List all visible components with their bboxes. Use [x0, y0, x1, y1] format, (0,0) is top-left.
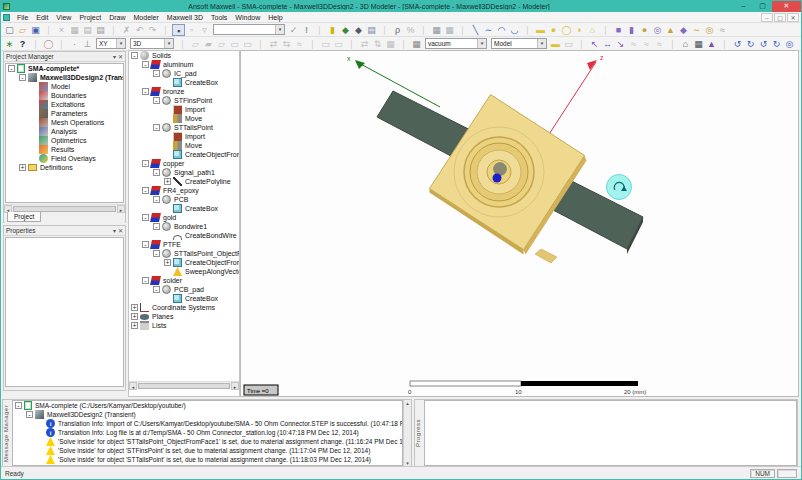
mirror-icon[interactable]: ⇄ — [267, 38, 280, 50]
intersect-icon[interactable]: ⇅ — [371, 38, 384, 50]
project-tree-hscrollbar[interactable]: ◂ ▸ — [4, 204, 125, 212]
grid-plane-icon[interactable]: ≈ — [627, 38, 640, 50]
model-tree-row[interactable]: - FR4_epoxy — [129, 186, 239, 195]
rotate-axis-icon[interactable]: ↺ — [757, 38, 770, 50]
project-tree-row[interactable]: Boundaries — [6, 91, 123, 100]
model-tree-row[interactable]: CreateBox — [129, 78, 239, 87]
machine-list-icon[interactable]: ▦ — [430, 24, 443, 36]
model-tree-row[interactable]: SweepAlongVector — [129, 267, 239, 276]
message-row[interactable]: 'Solve inside' for object 'STFinsPoint' … — [13, 446, 402, 455]
model-tree-row[interactable]: + Lists — [129, 321, 239, 330]
project-tree-row[interactable]: Analysis — [6, 127, 123, 136]
cut-icon[interactable]: × — [55, 24, 68, 36]
panel-close-icon[interactable]: ✕ — [118, 227, 123, 234]
viewport-3d[interactable]: x z Time =0 0 10 20 (mm) — [240, 50, 799, 397]
separator[interactable]: | — [397, 38, 410, 50]
assign-material-icon[interactable]: ▬ — [549, 38, 562, 50]
model-tree-row[interactable]: - PTFE — [129, 240, 239, 249]
model-tree-row[interactable]: - STTailsPoint_ObjectFromFac — [129, 249, 239, 258]
draw-polygon-icon[interactable]: ◗ — [573, 24, 586, 36]
save-icon[interactable]: ▣ — [29, 24, 42, 36]
subtract-icon[interactable]: ▭ — [332, 38, 345, 50]
project-tree-row[interactable]: Field Overlays — [6, 154, 123, 163]
model-tree-row[interactable]: - STTailsPoint — [129, 123, 239, 132]
chevron-down-icon[interactable]: ▾ — [164, 39, 173, 48]
tree-expander-icon[interactable]: - — [153, 286, 160, 293]
model-tree-row[interactable]: - STFinsPoint — [129, 96, 239, 105]
drawing-plane-dropdown[interactable]: XY ▾ — [96, 38, 126, 49]
material-manager-icon[interactable]: ρ — [391, 24, 404, 36]
tree-expander-icon[interactable]: - — [142, 187, 149, 194]
draw-spiral-icon[interactable]: ◎ — [703, 24, 716, 36]
tree-expander-icon[interactable]: - — [142, 277, 149, 284]
mesh-settings-icon[interactable]: ◆ — [339, 24, 352, 36]
tab-project[interactable]: Project — [7, 212, 41, 222]
tree-expander-icon[interactable]: - — [8, 65, 15, 72]
model-tree-row[interactable]: + CreatePolyline — [129, 177, 239, 186]
maximize-button[interactable]: ▢ — [753, 1, 772, 12]
orbit-view-icon[interactable]: ◎ — [783, 38, 796, 50]
draw-torus-icon[interactable]: ◎ — [651, 24, 664, 36]
menu-item[interactable]: File — [13, 14, 32, 21]
message-row[interactable]: - SMA-complete (C:/Users/Kamyar/Desktop/… — [13, 401, 402, 410]
project-tree-row[interactable]: Optimetrics — [6, 136, 123, 145]
model-tree-row[interactable]: Move — [129, 114, 239, 123]
child-restore-button[interactable]: ▢ — [774, 13, 786, 22]
abort-icon[interactable]: ◯ — [42, 38, 55, 50]
object-type-dropdown[interactable]: Model ▾ — [491, 38, 547, 49]
fit-selection-icon[interactable]: ▦ — [692, 38, 705, 50]
snap-settings-icon[interactable]: ∗ — [3, 38, 16, 50]
project-tree-row[interactable]: Excitations — [6, 100, 123, 109]
draw-circle-icon[interactable]: ◯ — [560, 24, 573, 36]
message-row[interactable]: 'Solve inside' for object 'STTailsPoint'… — [13, 455, 402, 464]
split-icon[interactable]: ⇄ — [358, 38, 371, 50]
face-cs-icon[interactable]: ▭ — [228, 38, 241, 50]
message-vscrollbar[interactable]: ▴ ▾ — [403, 400, 411, 466]
move-xy-icon[interactable]: ↔ — [601, 38, 614, 50]
tree-expander-icon[interactable]: - — [153, 70, 160, 77]
message-row[interactable]: Translation Info: Import of C:/Users/Kam… — [13, 419, 402, 428]
offset-cs-icon[interactable]: ▱ — [215, 38, 228, 50]
model-tree-row[interactable]: - gold — [129, 213, 239, 222]
tree-expander-icon[interactable]: - — [153, 250, 160, 257]
duplicate-line-icon[interactable]: ⇆ — [280, 38, 293, 50]
section-icon[interactable]: ▦ — [410, 38, 423, 50]
model-tree-row[interactable]: - bronze — [129, 87, 239, 96]
model-tree-row[interactable]: CreateObjectFromFaces — [129, 150, 239, 159]
panel-menu-icon[interactable]: ▾ — [113, 53, 116, 60]
model-tree-row[interactable]: + CreateObjectFromFaces — [129, 258, 239, 267]
print-icon[interactable]: ▤ — [94, 24, 107, 36]
menu-item[interactable]: Maxwell 3D — [163, 14, 207, 21]
tree-expander-icon[interactable]: - — [153, 196, 160, 203]
scroll-right-icon[interactable]: ▸ — [231, 382, 239, 390]
scroll-up-icon[interactable]: ▴ — [406, 400, 409, 406]
move-x-icon[interactable]: ↖ — [588, 38, 601, 50]
separator[interactable]: | — [42, 24, 55, 36]
hpc-options-icon[interactable]: ▦ — [443, 24, 456, 36]
draw-sphere-icon[interactable]: ● — [638, 24, 651, 36]
tree-expander-icon[interactable]: - — [26, 411, 33, 418]
separator[interactable]: | — [456, 24, 469, 36]
move-z-icon[interactable]: ↘ — [614, 38, 627, 50]
rotate-cs-icon[interactable]: ▰ — [202, 38, 215, 50]
chevron-down-icon[interactable]: ▾ — [275, 25, 284, 34]
model-tree-row[interactable]: CreateBox — [129, 294, 239, 303]
model-tree-row[interactable]: - solder — [129, 276, 239, 285]
model-tree-row[interactable]: - IC_pad — [129, 69, 239, 78]
analyze-all-icon[interactable]: ! — [300, 24, 313, 36]
tree-expander-icon[interactable]: - — [153, 124, 160, 131]
open-icon[interactable]: ▱ — [16, 24, 29, 36]
model-tree-row[interactable]: - copper — [129, 159, 239, 168]
message-row[interactable]: Translation Info: Log file is at d:/Temp… — [13, 428, 402, 437]
tree-expander-icon[interactable]: - — [142, 214, 149, 221]
menu-item[interactable]: View — [52, 14, 75, 21]
tree-expander-icon[interactable]: - — [142, 160, 149, 167]
selection-name-combobox[interactable]: ▾ — [213, 24, 285, 35]
tree-expander-icon[interactable]: - — [153, 97, 160, 104]
separator[interactable]: | — [796, 38, 802, 50]
duplicate-axis-icon[interactable]: ≈ — [293, 38, 306, 50]
model-tree-row[interactable]: Move — [129, 141, 239, 150]
menu-item[interactable]: Window — [231, 14, 264, 21]
menu-item[interactable]: Help — [264, 14, 286, 21]
tree-expander-icon[interactable]: - — [142, 88, 149, 95]
